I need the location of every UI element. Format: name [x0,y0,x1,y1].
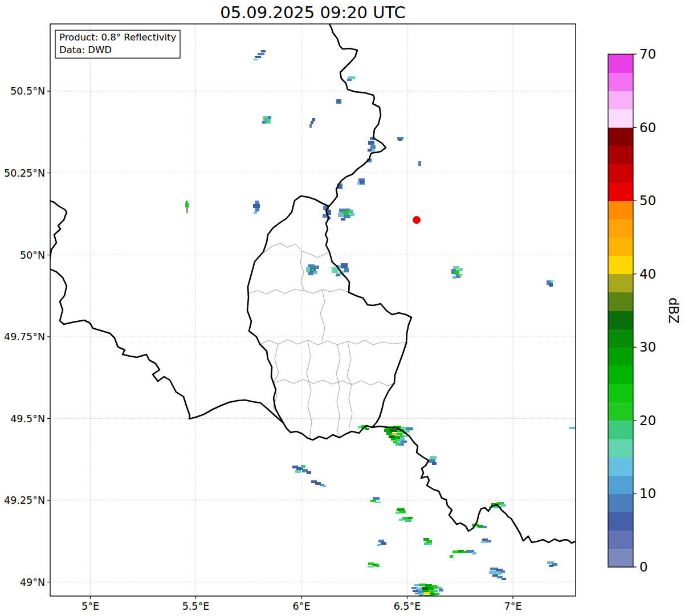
radar-echo [301,465,305,468]
radar-echo [308,272,313,275]
radar-map-canvas: 5°E5.5°E6°E6.5°E7°E 50.5°N50.25°N50°N49.… [0,0,685,616]
radar-echo [406,427,413,430]
radar-echo [350,213,354,216]
colorbar: 010203040506070 [608,47,656,574]
radar-echo [425,584,432,587]
radar-echo [408,517,413,519]
data-source-line: Data: DWD [59,44,112,55]
radar-echo [311,121,313,124]
colorbar-segment [608,493,633,512]
colorbar-tick-label: 30 [639,340,656,354]
radar-echo [430,593,435,595]
radar-map-figure: 5°E5.5°E6°E6.5°E7°E 50.5°N50.25°N50°N49.… [0,0,685,616]
radar-echo [311,269,314,271]
radar-echo [397,433,402,435]
radar-echo [357,182,360,185]
colorbar-tick-label: 40 [639,267,656,282]
radar-echo [455,270,459,275]
colorbar-tick-label: 0 [639,560,648,574]
radar-echo [341,263,348,268]
colorbar-segment [608,292,633,311]
radar-echo [395,512,399,514]
radar-echo [254,211,257,214]
colorbar-tick-label: 60 [639,120,656,135]
radar-echo [360,180,364,183]
colorbar-segment [608,54,633,73]
radar-echo [486,540,491,542]
x-tick-label: 7°E [504,601,522,612]
colorbar-segment [608,475,633,494]
radar-echo [501,504,506,507]
radar-echo [424,542,429,545]
radar-echo [398,139,402,141]
colorbar-tick-label: 70 [639,47,656,62]
radar-echo [390,429,398,432]
radar-echo [186,207,188,213]
radar-echo [268,116,271,119]
radar-echo [419,593,424,595]
radar-echo [422,587,429,590]
x-tick-label: 5.5°E [182,601,210,612]
radar-echo [307,471,311,474]
radar-echo [337,100,340,103]
colorbar-segment [608,164,633,183]
colorbar-segment [608,219,633,238]
colorbar-segment [608,402,633,421]
radar-echo [261,50,266,52]
x-tick-label: 6°E [293,601,311,612]
colorbar-segment [608,237,633,256]
y-tick-label: 49.5°N [10,413,45,425]
y-tick-label: 50.5°N [10,85,45,97]
radar-echo [365,428,369,430]
radar-echo [418,590,423,593]
radar-echo [370,145,376,149]
y-tick-label: 50.25°N [4,168,45,179]
radar-echo [348,210,353,213]
colorbar-segment [608,72,633,91]
colorbar-tick-label: 10 [639,486,656,501]
colorbar-label: dBZ [666,297,681,324]
radar-echo [433,590,438,592]
radar-echo [377,544,381,546]
radar-echo [341,218,345,221]
colorbar-segment [608,128,633,146]
y-tick-label: 49.25°N [4,495,45,506]
y-tick-label: 50°N [20,250,45,261]
product-info-box: Product: 0.8° Reflectivity Data: DWD [55,30,180,58]
colorbar-segment [608,347,633,366]
colorbar-segment [608,256,633,275]
colorbar-segment [608,384,633,403]
radar-echo [415,593,419,594]
radar-echo [430,456,437,459]
radar-echo [344,268,349,272]
radar-site-marker-group [413,217,421,224]
radar-echo [347,79,352,81]
radar-echo [500,570,505,573]
colorbar-segment [608,457,633,476]
y-axis-ticks: 50.5°N50.25°N50°N49.75°N49.5°N49.25°N49°… [4,85,50,588]
colorbar-segment [608,329,633,348]
radar-echo [428,587,434,590]
radar-echo [375,501,381,503]
radar-echo [549,283,553,287]
x-axis-ticks: 5°E5.5°E6°E6.5°E7°E [81,596,521,612]
radar-echo [309,124,312,128]
product-line: Product: 0.8° Reflectivity [59,32,177,43]
radar-echo [399,511,406,513]
radar-echo [255,56,261,58]
radar-echo [386,432,392,435]
radar-echo [323,214,327,218]
radar-echo [262,121,266,124]
colorbar-segment [608,365,633,384]
radar-echo [336,274,340,276]
radar-site-marker [413,217,421,224]
radar-echo [435,593,439,595]
radar-echo [372,149,375,152]
colorbar-segment [608,91,633,109]
radar-echo [368,141,374,145]
radar-echo [397,441,402,443]
x-tick-label: 6.5°E [394,601,421,612]
radar-echo [416,588,422,590]
radar-echo [395,443,400,446]
radar-echo [323,485,326,487]
